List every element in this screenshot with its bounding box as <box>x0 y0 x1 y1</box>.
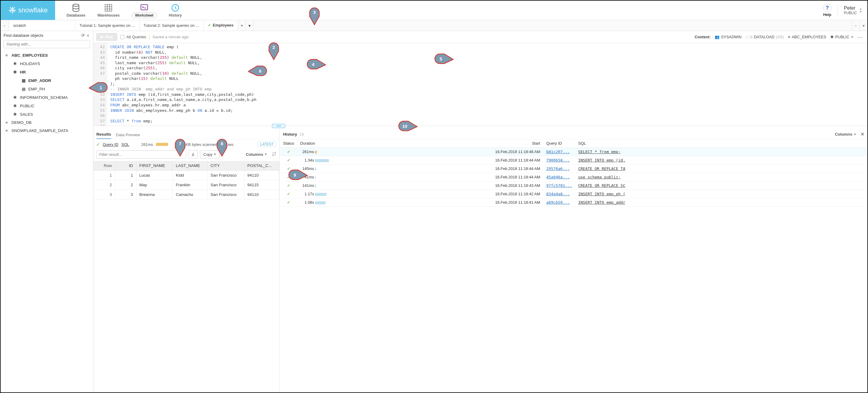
query-id-link[interactable]: 834a4a8... <box>546 192 570 196</box>
help-button[interactable]: ? Help <box>823 4 832 17</box>
tree-table-emp-addr[interactable]: ▦EMP_ADDR <box>1 76 93 85</box>
chevron-updown-icon: ▲▼ <box>857 7 862 13</box>
nav-history[interactable]: History <box>169 3 182 18</box>
history-row[interactable]: ✓ 261ms 16.Feb.2018 11:18:46 AM b81c207.… <box>279 148 867 156</box>
table-row[interactable]: 22MayFranklinSan Francisco94115 <box>93 180 279 190</box>
refresh-icon[interactable]: ⟳ <box>81 33 86 38</box>
sidebar-title: Find database objects <box>4 33 81 38</box>
history-row[interactable]: ✓ 1.34s 16.Feb.2018 11:18:44 AM 7900b58.… <box>279 156 867 164</box>
table-row[interactable]: 11LucasKiddSan Francisco94110 <box>93 171 279 180</box>
tab-menu-button[interactable]: ▾ <box>860 20 867 31</box>
history-row[interactable]: ✓ 145ms 16.Feb.2018 11:18:44 AM 29576a6.… <box>279 164 867 173</box>
hcol-duration[interactable]: Duration <box>297 139 489 148</box>
sql-editor[interactable]: 424344454647 5152535455565758 CREATE OR … <box>93 43 867 126</box>
editor-toolbar: ▶Run All Queries Saved a minute ago Cont… <box>93 31 867 43</box>
check-icon: ✓ <box>287 175 290 179</box>
run-button[interactable]: ▶Run <box>96 33 117 41</box>
query-id-link[interactable]: b81c207... <box>546 150 570 154</box>
schema-icon: ✱ <box>13 61 18 66</box>
tree-schema-holidays[interactable]: ✱HOLIDAYS <box>1 59 93 68</box>
tree-table-emp-ph[interactable]: ▦EMP_PH <box>1 85 93 93</box>
expand-button[interactable] <box>272 152 276 157</box>
close-history-button[interactable]: ✕ <box>861 131 864 137</box>
context-warehouse[interactable]: ⸬DATALOAD(XS) <box>745 35 785 39</box>
chevron-down-icon: ▼ <box>214 153 216 156</box>
nav-warehouses[interactable]: Warehouses <box>98 3 120 18</box>
saved-status: Saved a minute ago <box>152 35 189 39</box>
context-role[interactable]: 👥SYSADMIN <box>713 35 743 39</box>
context-database[interactable]: ≡ABC_EMPLOYEES <box>787 35 827 39</box>
splitter-handle[interactable] <box>272 124 285 128</box>
history-row[interactable]: ✓ 1.08s 16.Feb.2018 11:18:41 AM a69cb50.… <box>279 198 867 207</box>
history-columns-button[interactable]: Columns▼ <box>835 132 856 137</box>
grid-dots-icon: ⸬ <box>746 35 748 39</box>
more-menu-button[interactable]: ⋯ <box>857 34 864 40</box>
col-id[interactable]: ID <box>115 161 136 171</box>
tree-db-abc-employees[interactable]: ≡ABC_EMPLOYEES <box>1 51 93 59</box>
col-postal[interactable]: POSTAL_C... <box>244 161 279 171</box>
check-icon: ✓ <box>96 142 100 147</box>
expand-icon <box>272 152 276 156</box>
brand-text: snowflake <box>19 6 48 14</box>
hcol-query-id[interactable]: Query ID <box>543 139 575 148</box>
query-id-link[interactable]: Query ID <box>103 142 118 147</box>
tree-db-snowflake-sample[interactable]: ≡SNOWFLAKE_SAMPLE_DATA <box>1 127 93 135</box>
results-panel: Results Data Preview ✓ Query ID SQL 261m… <box>93 129 279 392</box>
tab-back-button[interactable]: ‹ <box>1 20 9 31</box>
history-row[interactable]: ✓ 141ms 16.Feb.2018 11:18:43 AM 97fc5781… <box>279 181 867 190</box>
tab-results[interactable]: Results <box>96 132 111 139</box>
history-row[interactable]: ✓ 1.17s 16.Feb.2018 11:18:42 AM 834a4a8.… <box>279 190 867 198</box>
check-icon: ✓ <box>287 158 290 162</box>
duration-bar <box>156 143 168 146</box>
tree-schema-sales[interactable]: ✱SALES <box>1 110 93 118</box>
query-id-link[interactable]: 45a046a... <box>546 175 570 179</box>
col-city[interactable]: CITY <box>208 161 244 171</box>
tab-tutorial-1[interactable]: Tutorial 1: Sample queries on ... <box>75 20 140 31</box>
user-menu[interactable]: Peter PUBLIC ▲▼ <box>844 5 862 16</box>
query-id-link[interactable]: 7900b58... <box>546 158 570 162</box>
code-area[interactable]: CREATE OR REPLACE TABLE emp ( id number(… <box>107 43 867 126</box>
history-row[interactable]: ✓ 41ms 16.Feb.2018 11:18:44 AM 45a046a..… <box>279 173 867 181</box>
tab-forward-button[interactable]: › <box>852 20 860 31</box>
results-filter-input[interactable] <box>96 150 186 158</box>
schema-icon: ✱ <box>13 112 18 117</box>
tab-dropdown-button[interactable]: ▾ <box>246 20 254 31</box>
terminal-icon <box>140 3 149 12</box>
checkbox-icon <box>120 35 124 39</box>
schema-icon: ✱ <box>13 70 18 74</box>
query-id-link[interactable]: 29576a6... <box>546 167 570 171</box>
context-schema[interactable]: ✱PUBLIC▼ <box>829 35 855 39</box>
sql-link[interactable]: SQL <box>121 142 129 147</box>
tree-schema-hr[interactable]: ✱HR <box>1 68 93 76</box>
tree-schema-public[interactable]: ✱PUBLIC <box>1 101 93 110</box>
tree-schema-information-schema[interactable]: ✱INFORMATION_SCHEMA <box>1 93 93 101</box>
hcol-status[interactable]: Status <box>279 139 297 148</box>
tree-db-demo-db[interactable]: ≡DEMO_DB <box>1 118 93 127</box>
download-button[interactable] <box>189 150 197 158</box>
query-id-link[interactable]: a69cb50... <box>546 200 570 205</box>
col-row[interactable]: Row <box>93 161 115 171</box>
query-id-link[interactable]: 97fc5781... <box>546 183 572 188</box>
new-tab-button[interactable]: ＋ <box>238 20 246 31</box>
results-table: Row ID FIRST_NAME LAST_NAME CITY POSTAL_… <box>93 161 279 200</box>
col-first-name[interactable]: FIRST_NAME <box>136 161 173 171</box>
hcol-start[interactable]: Start <box>489 139 543 148</box>
collapse-icon[interactable]: « <box>86 33 90 38</box>
col-last-name[interactable]: LAST_NAME <box>173 161 207 171</box>
columns-button[interactable]: Columns▼ <box>246 152 267 157</box>
tab-employees[interactable]: ✓Employees <box>204 20 238 31</box>
nav-worksheet[interactable]: Worksheet <box>132 3 157 18</box>
history-table: Status Duration Start Query ID SQL ✓ 261… <box>279 139 867 207</box>
hcol-sql[interactable]: SQL <box>575 139 867 148</box>
tab-tutorial-2[interactable]: Tutorial 2: Sample queries on ... <box>140 20 204 31</box>
copy-button[interactable]: Copy▼ <box>200 150 220 158</box>
tab-scratch[interactable]: scratch <box>9 20 75 31</box>
object-search-input[interactable] <box>4 40 90 48</box>
nav-databases[interactable]: Databases <box>67 3 86 18</box>
all-queries-checkbox[interactable]: All Queries <box>120 35 146 39</box>
tab-data-preview[interactable]: Data Preview <box>116 132 140 139</box>
svg-rect-1 <box>105 4 112 11</box>
check-icon: ✓ <box>287 150 290 154</box>
table-row[interactable]: 33BreannaCamachoSan Francisco94110 <box>93 190 279 200</box>
database-icon: ≡ <box>4 120 9 125</box>
